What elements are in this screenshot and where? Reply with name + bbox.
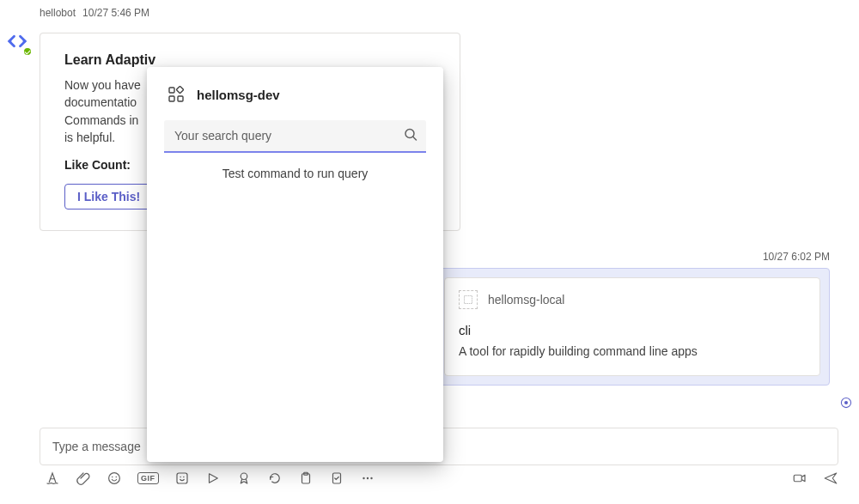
svg-rect-21 xyxy=(178,96,183,101)
apps-grid-icon xyxy=(166,84,186,105)
gif-icon: GIF xyxy=(137,472,159,484)
gif-button[interactable]: GIF xyxy=(137,472,159,484)
stream-icon xyxy=(205,471,221,486)
format-button[interactable] xyxy=(45,471,60,486)
paste-button[interactable] xyxy=(298,471,314,486)
send-icon xyxy=(823,471,838,486)
compose-placeholder: Type a message xyxy=(52,440,141,453)
svg-point-16 xyxy=(366,477,368,479)
popup-app-name: hellomsg-dev xyxy=(197,88,280,102)
popup-hint: Test command to run query xyxy=(161,167,430,180)
svg-point-0 xyxy=(9,39,11,42)
outgoing-message[interactable]: hellomsg-local cli A tool for rapidly bu… xyxy=(435,268,830,386)
sticker-button[interactable] xyxy=(174,471,190,486)
svg-rect-20 xyxy=(169,96,174,101)
search-icon[interactable] xyxy=(404,128,417,144)
svg-point-15 xyxy=(362,477,364,479)
svg-point-4 xyxy=(844,401,848,404)
svg-rect-8 xyxy=(177,473,187,483)
read-receipt-icon xyxy=(840,397,852,411)
bot-message-header: hellobot 10/27 5:46 PM xyxy=(40,7,149,19)
search-input[interactable] xyxy=(164,120,426,151)
format-icon xyxy=(45,471,60,486)
loop-icon xyxy=(267,471,283,486)
svg-point-7 xyxy=(116,477,118,478)
compose-toolbar: GIF xyxy=(45,471,838,486)
result-app-name: hellomsg-local xyxy=(488,293,564,307)
bot-timestamp: 10/27 5:46 PM xyxy=(82,7,149,19)
card-title: Learn Adaptiv xyxy=(64,52,436,68)
clipboard-icon xyxy=(298,471,314,486)
bot-avatar xyxy=(3,27,31,55)
bot-name: hellobot xyxy=(40,7,76,19)
sticker-icon xyxy=(174,471,190,486)
ellipsis-icon xyxy=(360,471,375,486)
video-icon xyxy=(792,471,807,486)
app-placeholder-icon xyxy=(459,290,478,309)
attach-button[interactable] xyxy=(76,471,91,486)
result-card[interactable]: hellomsg-local cli A tool for rapidly bu… xyxy=(444,277,820,376)
svg-point-9 xyxy=(180,477,181,478)
praise-button[interactable] xyxy=(236,471,252,486)
popup-search-field[interactable] xyxy=(164,120,426,153)
svg-point-1 xyxy=(23,39,26,42)
approvals-icon xyxy=(329,471,344,486)
more-actions-button[interactable] xyxy=(360,471,375,486)
emoji-button[interactable] xyxy=(107,471,122,486)
smile-icon xyxy=(107,471,122,486)
svg-rect-18 xyxy=(794,475,801,482)
svg-point-10 xyxy=(183,477,185,478)
video-clip-button[interactable] xyxy=(792,471,807,486)
svg-point-5 xyxy=(109,473,120,484)
loop-button[interactable] xyxy=(267,471,283,486)
svg-point-11 xyxy=(241,473,247,480)
svg-rect-19 xyxy=(169,88,174,93)
send-button[interactable] xyxy=(823,471,838,486)
outgoing-timestamp: 10/27 6:02 PM xyxy=(763,251,830,263)
result-description: A tool for rapidly building command line… xyxy=(459,344,806,358)
approvals-button[interactable] xyxy=(329,471,344,486)
svg-rect-22 xyxy=(176,86,183,93)
svg-point-17 xyxy=(370,477,372,479)
result-title: cli xyxy=(459,323,806,337)
presence-available-icon xyxy=(22,46,33,57)
stream-button[interactable] xyxy=(205,471,221,486)
badge-icon xyxy=(236,471,252,486)
svg-rect-2 xyxy=(465,296,472,304)
messaging-extension-popup: hellomsg-dev Test command to run query xyxy=(147,67,443,462)
paperclip-icon xyxy=(76,471,91,486)
svg-point-6 xyxy=(112,477,113,478)
like-button[interactable]: I Like This! xyxy=(64,184,153,209)
